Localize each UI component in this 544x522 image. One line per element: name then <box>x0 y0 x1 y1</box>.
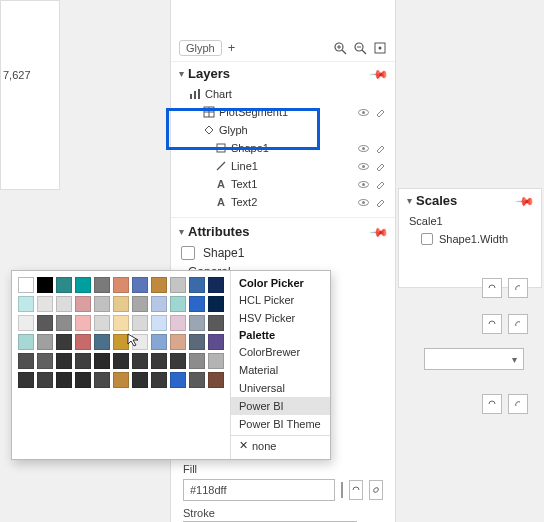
tree-row-text2[interactable]: A Text2 <box>175 193 391 211</box>
color-swatch[interactable] <box>94 315 110 331</box>
tree-row-chart[interactable]: Chart <box>175 85 391 103</box>
bind-icon[interactable] <box>482 314 502 334</box>
hsv-picker-item[interactable]: HSV Picker <box>231 309 330 327</box>
color-swatch[interactable] <box>18 277 34 293</box>
color-swatch[interactable] <box>189 372 205 388</box>
color-swatch[interactable] <box>18 296 34 312</box>
color-swatch[interactable] <box>56 334 72 350</box>
link-icon[interactable] <box>508 314 528 334</box>
palette-powerbi-theme[interactable]: Power BI Theme <box>231 415 330 433</box>
erase-icon[interactable] <box>374 196 387 209</box>
fit-icon[interactable] <box>373 41 387 55</box>
scales-header[interactable]: ▾ Scales 📌 <box>399 189 541 212</box>
palette-powerbi[interactable]: Power BI <box>231 397 330 415</box>
color-swatch[interactable] <box>75 334 91 350</box>
color-swatch[interactable] <box>37 315 53 331</box>
color-swatch[interactable] <box>94 353 110 369</box>
color-swatch[interactable] <box>208 353 224 369</box>
color-swatch[interactable] <box>170 353 186 369</box>
tree-row-glyph[interactable]: Glyph <box>175 121 391 139</box>
color-swatch[interactable] <box>170 277 186 293</box>
color-swatch[interactable] <box>75 296 91 312</box>
color-swatch[interactable] <box>208 334 224 350</box>
color-swatch[interactable] <box>113 277 129 293</box>
eye-icon[interactable] <box>357 196 370 209</box>
color-swatch[interactable] <box>189 315 205 331</box>
color-swatch[interactable] <box>18 372 34 388</box>
link-icon[interactable] <box>508 394 528 414</box>
color-swatch[interactable] <box>113 315 129 331</box>
color-swatch[interactable] <box>189 296 205 312</box>
bind-icon[interactable] <box>482 278 502 298</box>
color-swatch[interactable] <box>208 372 224 388</box>
color-swatch[interactable] <box>37 372 53 388</box>
color-swatch[interactable] <box>151 277 167 293</box>
color-swatch[interactable] <box>151 353 167 369</box>
color-swatch[interactable] <box>189 277 205 293</box>
color-swatch[interactable] <box>94 296 110 312</box>
add-glyph-button[interactable]: + <box>228 40 236 55</box>
zoom-out-icon[interactable] <box>353 41 367 55</box>
color-swatch[interactable] <box>37 334 53 350</box>
link-icon[interactable] <box>369 480 383 500</box>
color-swatch[interactable] <box>113 372 129 388</box>
color-swatch[interactable] <box>132 372 148 388</box>
erase-icon[interactable] <box>374 178 387 191</box>
fill-swatch[interactable] <box>341 482 343 498</box>
attributes-header[interactable]: ▾ Attributes 📌 <box>171 217 395 243</box>
color-swatch[interactable] <box>75 372 91 388</box>
erase-icon[interactable] <box>374 106 387 119</box>
glyph-tab[interactable]: Glyph <box>179 40 222 56</box>
color-swatch[interactable] <box>132 353 148 369</box>
color-swatch[interactable] <box>208 315 224 331</box>
color-swatch[interactable] <box>132 296 148 312</box>
color-swatch[interactable] <box>113 296 129 312</box>
color-swatch[interactable] <box>132 315 148 331</box>
color-swatch[interactable] <box>94 277 110 293</box>
erase-icon[interactable] <box>374 160 387 173</box>
color-swatch[interactable] <box>189 334 205 350</box>
color-swatch[interactable] <box>113 353 129 369</box>
color-swatch[interactable] <box>170 334 186 350</box>
color-swatch[interactable] <box>75 277 91 293</box>
color-swatch[interactable] <box>18 334 34 350</box>
palette-colorbrewer[interactable]: ColorBrewer <box>231 343 330 361</box>
tree-row-text1[interactable]: A Text1 <box>175 175 391 193</box>
pin-icon[interactable]: 📌 <box>515 190 536 211</box>
bind-icon[interactable] <box>482 394 502 414</box>
color-swatch[interactable] <box>170 296 186 312</box>
scales-row-scale1[interactable]: Scale1 <box>399 212 541 230</box>
layers-header[interactable]: ▾ Layers 📌 <box>171 62 395 85</box>
tree-row-shape1[interactable]: Shape1 <box>175 139 391 157</box>
color-swatch[interactable] <box>94 372 110 388</box>
color-swatch[interactable] <box>94 334 110 350</box>
color-swatch[interactable] <box>132 334 148 350</box>
color-swatch[interactable] <box>151 315 167 331</box>
color-swatch[interactable] <box>56 372 72 388</box>
color-swatch[interactable] <box>37 296 53 312</box>
color-swatch[interactable] <box>18 353 34 369</box>
color-swatch[interactable] <box>56 315 72 331</box>
color-swatch[interactable] <box>56 296 72 312</box>
color-swatch[interactable] <box>132 277 148 293</box>
bind-icon[interactable] <box>349 480 363 500</box>
eye-icon[interactable] <box>357 160 370 173</box>
color-swatch[interactable] <box>151 334 167 350</box>
eye-icon[interactable] <box>357 142 370 155</box>
eye-icon[interactable] <box>357 106 370 119</box>
zoom-in-icon[interactable] <box>333 41 347 55</box>
erase-icon[interactable] <box>374 142 387 155</box>
link-icon[interactable] <box>508 278 528 298</box>
color-swatch[interactable] <box>170 372 186 388</box>
color-swatch[interactable] <box>170 315 186 331</box>
color-swatch[interactable] <box>75 353 91 369</box>
palette-material[interactable]: Material <box>231 361 330 379</box>
hcl-picker-item[interactable]: HCL Picker <box>231 291 330 309</box>
pin-icon[interactable]: 📌 <box>369 63 390 84</box>
tree-row-line1[interactable]: Line1 <box>175 157 391 175</box>
color-swatch[interactable] <box>113 334 129 350</box>
color-swatch[interactable] <box>208 296 224 312</box>
color-swatch[interactable] <box>37 277 53 293</box>
shape-dropdown[interactable]: ▾ <box>424 348 524 370</box>
color-swatch[interactable] <box>56 277 72 293</box>
